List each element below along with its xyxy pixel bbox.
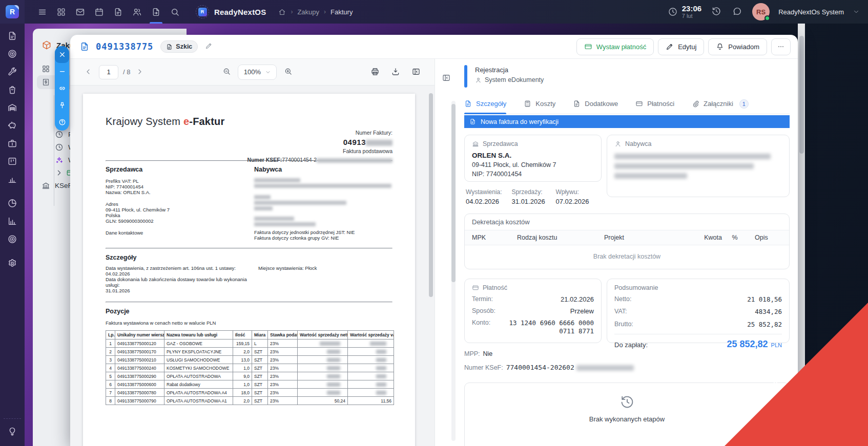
document-icon	[469, 118, 476, 125]
invoice-modal: 0491338775 Szkic Wystaw płatność Edytuj …	[70, 35, 798, 446]
home-icon[interactable]	[278, 8, 286, 16]
pdf-scrollbar[interactable]	[429, 93, 433, 297]
nav-invoices-button[interactable]	[147, 0, 166, 24]
tab-patnoci[interactable]: Płatności	[635, 95, 674, 114]
sidebar-target-button[interactable]	[2, 45, 23, 62]
collapse-pane-button[interactable]	[441, 73, 451, 83]
sidebar-wrench-button[interactable]	[2, 62, 23, 80]
help-button[interactable]	[55, 114, 69, 131]
sidebar-target-button[interactable]	[2, 230, 23, 248]
buyer-card-title: Nabywca	[625, 140, 651, 147]
close-button[interactable]	[55, 46, 69, 63]
app-logo[interactable]: R	[0, 0, 25, 24]
clock-widget[interactable]: 23:06 7 lut	[668, 5, 701, 19]
zoom-level-select[interactable]: 100%	[238, 65, 277, 80]
nav-apps-button[interactable]	[52, 0, 71, 24]
piggy-icon	[7, 120, 17, 131]
payment-account: 13 1240 6960 6666 00000711 8771	[509, 319, 594, 336]
clock-time: 23:06	[682, 5, 701, 13]
avatar[interactable]: RS	[752, 3, 770, 20]
zoom-out-button[interactable]	[221, 67, 232, 77]
nav-menu-button[interactable]	[33, 0, 52, 24]
credit-card-icon	[472, 284, 479, 291]
sidebar-bag-button[interactable]	[2, 80, 23, 98]
prev-page-button[interactable]	[84, 68, 93, 77]
zoom-in-button[interactable]	[283, 67, 293, 77]
seller-card: Sprzedawca ORLEN S.A. 09-411 Płock, ul. …	[464, 135, 602, 182]
calendar-icon	[94, 7, 104, 17]
items-col-header: Nazwa towaru lub usługi	[164, 331, 233, 339]
buyer-note-gv: Faktura dotyczy członka grupy GV: NIE	[254, 235, 392, 241]
cost-col-opis: Opis	[748, 234, 782, 241]
notify-button[interactable]: Powiadom	[708, 38, 767, 55]
edit-button[interactable]: Edytuj	[658, 38, 704, 55]
minimize-button[interactable]	[55, 63, 69, 80]
mpp-line: MPP: Nie	[464, 350, 790, 357]
seller-card-name: ORLEN S.A.	[472, 152, 594, 159]
breadcrumb-faktury[interactable]: Faktury	[330, 8, 353, 16]
detail-tabs: SzczegółyKosztyDodatkowePłatnościZałączn…	[464, 95, 790, 114]
link-button[interactable]	[55, 80, 69, 97]
buyer-heading: Nabywca	[254, 166, 392, 173]
workspace-item-label: KSeF	[55, 182, 72, 189]
icon-sidebar	[0, 24, 25, 446]
due-amount: 25 852,82	[727, 339, 768, 349]
date-received: Wpływu: 07.02.2026	[555, 188, 602, 205]
download-button[interactable]	[390, 67, 401, 77]
sidebar-bar-chart2-button[interactable]	[2, 212, 23, 230]
nav-mail-button[interactable]	[71, 0, 90, 24]
pdf-toolbar-right	[370, 67, 421, 77]
tab-label: Koszty	[535, 100, 555, 108]
registration-title: Rejestracja	[475, 66, 544, 74]
chevron-down-icon[interactable]	[853, 8, 860, 15]
items-row: 10491338775000120GAZ - OSOBOWE159,15L23%	[106, 339, 394, 348]
sidebar-pie-button[interactable]	[2, 194, 23, 212]
pdf-viewport[interactable]: Krajowy System e-Faktur Numer Faktury: 0…	[70, 86, 435, 446]
user-name[interactable]: ReadyNextOs System	[778, 8, 844, 16]
summary-vat: 4834,26	[755, 308, 782, 316]
tab-szczegy[interactable]: Szczegóły	[464, 95, 506, 114]
next-page-button[interactable]	[135, 68, 144, 77]
sidebar-briefcase-button[interactable]	[2, 134, 23, 152]
detail-scrollbar-thumb[interactable]	[451, 104, 456, 282]
sidebar-warehouse-button[interactable]	[2, 98, 23, 116]
nav-calendar-button[interactable]	[90, 0, 109, 24]
sidebar-gear-button[interactable]	[2, 254, 23, 272]
nav-documents-button[interactable]	[109, 0, 128, 24]
items-col-header: Lp.	[106, 331, 115, 339]
print-button[interactable]	[370, 67, 380, 77]
toggle-panel-button[interactable]	[411, 67, 421, 77]
more-actions-button[interactable]	[771, 38, 791, 55]
sidebar-file-text-button[interactable]	[2, 27, 23, 45]
sidebar-lightbulb-button[interactable]	[2, 422, 23, 440]
tab-zaczniki[interactable]: Załączniki1	[692, 95, 749, 114]
details-place: Miejsce wystawienia: Płock	[258, 265, 392, 271]
pin-button[interactable]	[55, 97, 69, 114]
nav-search-button[interactable]	[166, 0, 184, 24]
mail-icon	[75, 7, 85, 17]
rename-button[interactable]	[204, 42, 213, 51]
seller-name: Nazwa: ORLEN S.A.	[106, 189, 254, 195]
sidebar-kanban-button[interactable]	[2, 152, 23, 170]
issue-payment-button[interactable]: Wystaw płatność	[576, 38, 654, 55]
tab-dodatkowe[interactable]: Dodatkowe	[573, 95, 618, 114]
tab-koszty[interactable]: Koszty	[524, 95, 555, 114]
chat-button[interactable]	[731, 6, 743, 18]
items-row: 30491338775000210USŁUGI SAMOCHODOWE13,0S…	[106, 356, 394, 364]
nav-users-button[interactable]	[128, 0, 147, 24]
due-row: Do zapłaty: 25 852,82PLN	[614, 339, 782, 350]
dates-row: Wystawienia: 04.02.2026 Sprzedaży: 31.01…	[464, 188, 602, 205]
details-heading: Szczegóły	[106, 254, 392, 261]
breadcrumb-zakupy[interactable]: Zakupy	[297, 8, 319, 16]
page-number-input[interactable]	[99, 65, 118, 79]
target-icon	[7, 49, 17, 59]
grid-icon	[42, 65, 50, 73]
payment-term: 21.02.2026	[561, 295, 594, 303]
sidebar-bar-chart-button[interactable]	[2, 170, 23, 188]
wrench-icon	[7, 67, 17, 77]
sidebar-piggy-button[interactable]	[2, 116, 23, 134]
cost-allocation-card: Dekretacja kosztów MPKRodzaj kosztuProje…	[464, 214, 790, 269]
seller-card-nip: NIP: 7740001454	[472, 171, 594, 178]
window-scrollbar-thumb[interactable]	[799, 36, 804, 154]
history-button[interactable]	[710, 6, 722, 18]
